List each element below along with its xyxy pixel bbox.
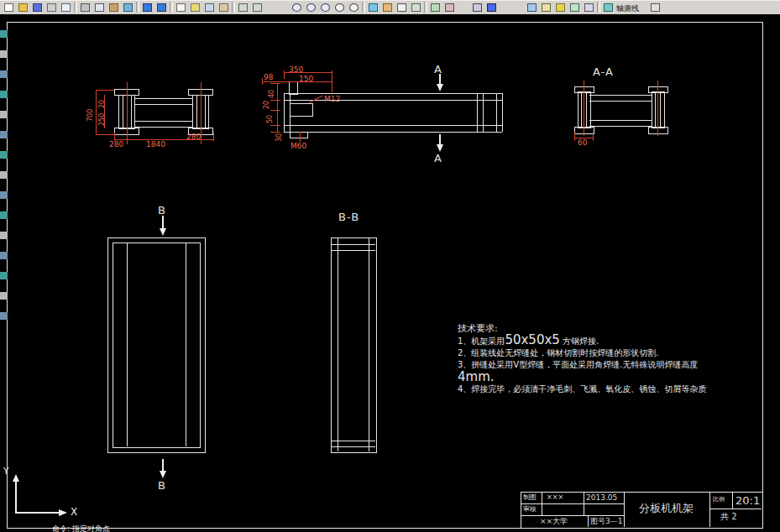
- palette-icon[interactable]: [0, 232, 8, 239]
- ucs-tool-icon[interactable]: [202, 2, 215, 13]
- sheet-set-icon[interactable]: [582, 2, 594, 13]
- layers-icon[interactable]: [366, 2, 379, 13]
- dim-350: 350: [289, 66, 303, 74]
- dim-20b: 20: [264, 101, 270, 109]
- dim-150: 150: [299, 76, 313, 83]
- dim-280-right: 280: [186, 133, 201, 141]
- cut-icon[interactable]: [78, 2, 91, 13]
- pan-icon[interactable]: [174, 2, 186, 13]
- table-tool-icon[interactable]: [409, 2, 421, 13]
- layer-states-icon[interactable]: [539, 2, 552, 13]
- workspace-icon[interactable]: [648, 2, 661, 13]
- tech-item1-size: 50x50x5: [505, 332, 559, 347]
- redraw-icon[interactable]: [236, 2, 249, 13]
- scale-label: 比例: [713, 497, 725, 503]
- block-editor-icon[interactable]: [553, 2, 566, 13]
- section-bb-title: B-B: [338, 211, 359, 222]
- toolbar-separator: [170, 2, 173, 13]
- dim-1840: 1840: [146, 141, 165, 149]
- open-folder-icon[interactable]: [16, 2, 29, 13]
- palette-icon[interactable]: [0, 151, 8, 159]
- tech-item1-suffix: 方钢焊接.: [560, 336, 599, 346]
- palette-icon[interactable]: [0, 171, 8, 179]
- regen-icon[interactable]: [250, 2, 263, 13]
- toolbar-separator: [362, 2, 365, 13]
- match-properties-icon[interactable]: [121, 2, 133, 13]
- palette-icon[interactable]: [0, 91, 8, 98]
- palette-icon[interactable]: [0, 292, 8, 300]
- tech-item4: 4、焊接完毕，必须清干净毛刺、飞溅、氧化皮、锈蚀、切屑等杂质: [458, 385, 706, 394]
- save-icon[interactable]: [30, 2, 43, 13]
- toolbar-separator: [74, 2, 77, 13]
- dim-40: 40: [269, 90, 275, 98]
- palette-icon[interactable]: [0, 131, 8, 138]
- cad-application-window: 轴测线: [0, 0, 780, 532]
- copy-icon[interactable]: [92, 2, 105, 13]
- section-arrow-icon: [437, 144, 443, 152]
- calculator-icon[interactable]: [470, 2, 483, 13]
- draw-name: ×××: [547, 494, 563, 501]
- palette-icon[interactable]: [0, 191, 8, 199]
- section-b-label-top: B: [158, 205, 166, 216]
- paste-icon[interactable]: [107, 2, 119, 13]
- dim-250: 250: [99, 113, 106, 126]
- section-arrow-icon: [437, 84, 443, 91]
- dim-m12: M12: [324, 96, 340, 103]
- tech-item3: 3、拼缝处采用V型焊缝，平面处采用角焊缝.无特殊说明焊缝高度: [458, 361, 698, 369]
- y-axis-arrow-icon: [13, 474, 19, 482]
- draw-label: 制图: [523, 494, 537, 501]
- dim-30: 30: [276, 133, 283, 142]
- command-line[interactable]: 命令: 指定对角点: [52, 525, 110, 532]
- sheet-note: 共 2: [720, 513, 737, 521]
- y-axis-label: Y: [3, 467, 9, 476]
- zoom-previous-icon[interactable]: [318, 2, 331, 13]
- isometric-tool-icon[interactable]: [601, 2, 614, 13]
- new-file-icon[interactable]: [2, 2, 14, 13]
- toolbar-separator: [424, 2, 427, 13]
- dim-20: 20: [99, 100, 106, 108]
- dim-50: 50: [267, 115, 274, 123]
- section-b-label-bottom: B: [158, 480, 166, 491]
- dim-60: 60: [578, 139, 587, 147]
- section-aa-title: A-A: [593, 66, 614, 77]
- zoom-window-icon[interactable]: [304, 2, 317, 13]
- object-snap-icon[interactable]: [188, 2, 201, 13]
- zoom-in-icon[interactable]: [332, 2, 345, 13]
- undo-icon[interactable]: [140, 2, 153, 13]
- toolbar-separator: [232, 2, 235, 13]
- design-center-icon[interactable]: [428, 2, 441, 13]
- tool-palettes-icon[interactable]: [442, 2, 455, 13]
- dimension-style-icon[interactable]: [525, 2, 537, 13]
- palette-icon[interactable]: [0, 312, 8, 320]
- distance-icon[interactable]: [217, 2, 229, 13]
- redo-icon[interactable]: [154, 2, 167, 13]
- zoom-realtime-icon[interactable]: [290, 2, 302, 13]
- dim-280-left: 280: [109, 141, 123, 149]
- isometric-line-label: 轴测线: [616, 3, 639, 14]
- print-icon[interactable]: [44, 2, 57, 13]
- dim-98: 98: [264, 74, 273, 81]
- toolbar: 轴测线: [0, 0, 780, 15]
- drawing-number: 图号3—1: [590, 518, 622, 525]
- print-preview-icon[interactable]: [59, 2, 71, 13]
- palette-icon[interactable]: [0, 70, 8, 78]
- text-tool-icon[interactable]: [395, 2, 407, 13]
- palette-icon[interactable]: [0, 50, 8, 58]
- palette-icon[interactable]: [0, 30, 8, 38]
- palette-icon[interactable]: [0, 252, 8, 259]
- tech-item1-prefix: 1、机架采用: [458, 336, 505, 346]
- palette-icon[interactable]: [0, 111, 8, 118]
- drawing-title: 分板机机架: [639, 503, 694, 514]
- palette-icon[interactable]: [0, 211, 8, 219]
- dim-m60: M60: [291, 143, 306, 150]
- tech-item3-size: 4mm.: [458, 371, 495, 383]
- properties-icon[interactable]: [380, 2, 393, 13]
- dim-700: 700: [87, 109, 94, 122]
- x-axis-arrow-icon: [59, 509, 67, 516]
- section-arrow-icon: [160, 228, 166, 236]
- help-icon[interactable]: [484, 2, 497, 13]
- palette-icon[interactable]: [0, 272, 8, 279]
- check-label: 审核: [523, 506, 537, 513]
- zoom-out-icon[interactable]: [347, 2, 359, 13]
- attach-icon[interactable]: [568, 2, 580, 13]
